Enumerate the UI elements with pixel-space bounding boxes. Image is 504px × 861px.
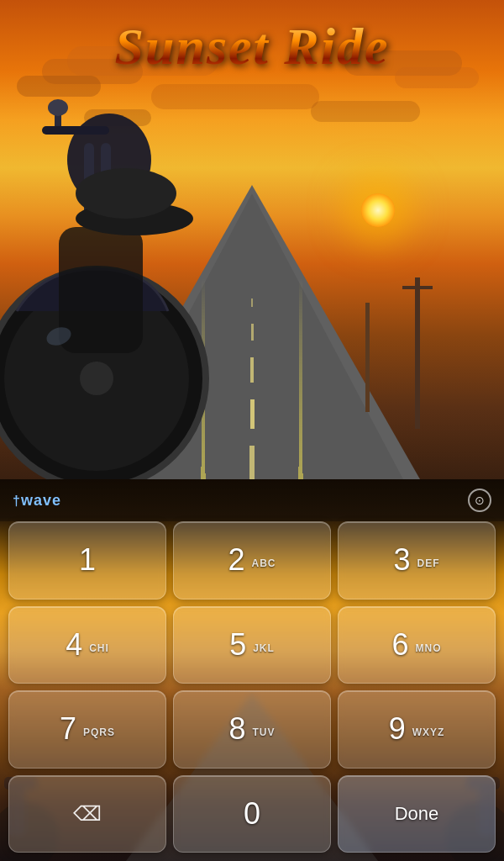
key-6[interactable]: 6 MNO: [338, 606, 496, 684]
keyboard-section: †wave ⊙ 1 2 ABC 3 DEF 4 CHI: [0, 479, 504, 861]
key-3-number: 3: [393, 542, 410, 578]
key-5-letters: JKL: [253, 642, 275, 663]
key-6-letters: MNO: [416, 642, 442, 663]
svg-rect-10: [59, 227, 143, 353]
power-pole-right2: [365, 303, 370, 412]
backspace-button[interactable]: ⌫: [8, 775, 166, 853]
svg-point-8: [80, 362, 113, 395]
hero-image: Sunset Ride: [0, 0, 504, 479]
power-pole-right: [415, 277, 420, 429]
key-0[interactable]: 0: [173, 775, 331, 853]
key-6-number: 6: [391, 627, 408, 663]
key-2-letters: ABC: [252, 557, 276, 578]
app-title: Sunset Ride: [0, 17, 504, 77]
sun: [361, 193, 395, 227]
key-1-number: 1: [79, 542, 96, 578]
wave-toolbar: †wave ⊙: [0, 479, 504, 521]
backspace-icon: ⌫: [73, 802, 102, 826]
wave-star-icon: †: [13, 494, 21, 508]
key-8[interactable]: 8 TUV: [173, 690, 331, 769]
key-9[interactable]: 9 WXYZ: [338, 690, 496, 769]
key-4-number: 4: [66, 627, 82, 663]
key-7-number: 7: [60, 711, 76, 747]
key-2[interactable]: 2 ABC: [173, 521, 331, 600]
numeric-keypad: 1 2 ABC 3 DEF 4 CHI 5 JKL: [8, 521, 496, 853]
motorcycle-silhouette: [0, 59, 244, 479]
svg-point-12: [76, 168, 176, 219]
svg-point-2: [48, 99, 68, 116]
key-3-letters: DEF: [417, 557, 440, 578]
done-button[interactable]: Done: [338, 775, 496, 853]
key-5-number: 5: [229, 627, 246, 663]
key-8-number: 8: [228, 711, 245, 747]
road-lines: [250, 227, 254, 479]
key-7-letters: PQRS: [83, 726, 115, 747]
key-0-number: 0: [244, 796, 260, 832]
key-4-letters: CHI: [89, 642, 109, 663]
key-9-letters: WXYZ: [412, 726, 445, 747]
wave-logo: †wave: [13, 492, 61, 510]
key-1[interactable]: 1: [8, 521, 166, 600]
key-3[interactable]: 3 DEF: [338, 521, 496, 600]
done-label: Done: [395, 803, 439, 825]
key-4[interactable]: 4 CHI: [8, 606, 166, 684]
svg-rect-3: [42, 126, 109, 135]
settings-button[interactable]: ⊙: [468, 489, 491, 512]
key-8-letters: TUV: [253, 726, 276, 747]
key-7[interactable]: 7 PQRS: [8, 690, 166, 769]
wave-logo-text: wave: [21, 492, 61, 509]
key-5[interactable]: 5 JKL: [173, 606, 331, 684]
key-9-number: 9: [389, 711, 406, 747]
key-2-number: 2: [228, 542, 244, 578]
